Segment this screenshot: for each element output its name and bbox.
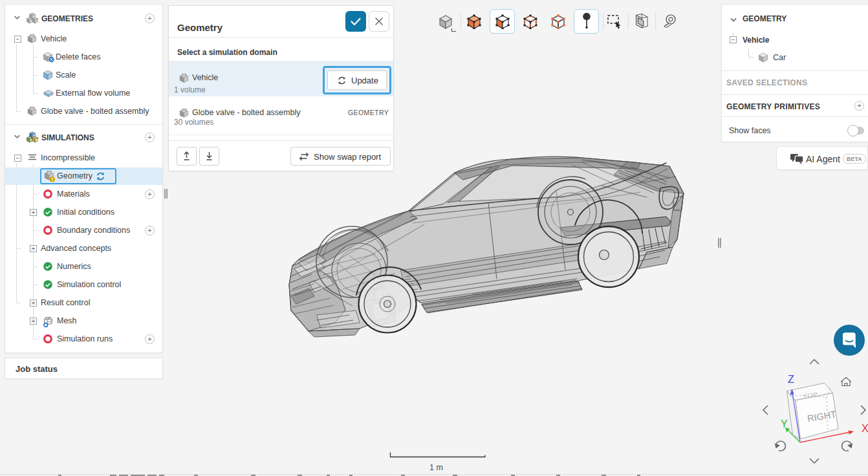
svg-text:Z: Z bbox=[788, 374, 794, 385]
svg-text:X: X bbox=[862, 423, 868, 434]
svg-text:Y: Y bbox=[781, 418, 788, 429]
